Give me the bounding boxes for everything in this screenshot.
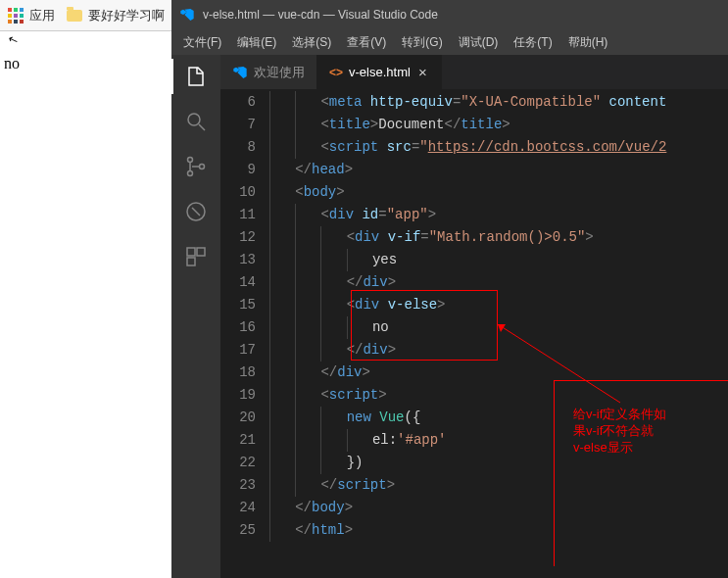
extensions-icon[interactable] (182, 243, 210, 270)
menu-item[interactable]: 帮助(H) (560, 32, 616, 53)
code-line[interactable]: 13 yes (220, 249, 728, 271)
search-icon[interactable] (182, 108, 210, 135)
code-line[interactable]: 15 <div v-else> (220, 294, 728, 316)
code-line[interactable]: 20 new Vue({ (220, 407, 728, 429)
line-number: 6 (220, 91, 269, 114)
editor-tab[interactable]: 欢迎使用 (220, 55, 317, 89)
code-content: </div> (269, 339, 396, 361)
svg-point-0 (188, 114, 200, 125)
line-number: 9 (220, 159, 269, 181)
code-content: <meta http-equiv="X-UA-Compatible" conte… (269, 91, 666, 114)
svg-line-6 (192, 208, 200, 216)
code-line[interactable]: 18 </div> (220, 361, 728, 384)
code-line[interactable]: 22 }) (220, 452, 728, 474)
line-number: 23 (220, 474, 269, 497)
code-content: <script> (269, 384, 387, 407)
svg-point-4 (200, 165, 205, 169)
editor-tabs: 欢迎使用<>v-else.html× (220, 55, 728, 89)
code-content: </script> (269, 474, 395, 497)
line-number: 8 (220, 136, 269, 159)
code-line[interactable]: 25 </html> (220, 519, 728, 542)
page-body-text: no (4, 53, 20, 74)
line-number: 19 (220, 384, 269, 407)
vscode-menubar: 文件(F)编辑(E)选择(S)查看(V)转到(G)调试(D)任务(T)帮助(H) (171, 29, 728, 55)
code-content: <div v-else> (269, 294, 446, 316)
code-line[interactable]: 14 </div> (220, 271, 728, 294)
code-line[interactable]: 17 </div> (220, 339, 728, 361)
activity-bar (171, 55, 220, 578)
window-title: v-else.html — vue-cdn — Visual Studio Co… (203, 8, 438, 22)
line-number: 13 (220, 249, 269, 271)
vscode-logo-icon (179, 7, 195, 23)
vscode-logo-icon (232, 65, 248, 80)
code-content: <body> (269, 181, 345, 204)
svg-point-2 (188, 158, 193, 163)
line-number: 15 (220, 294, 269, 316)
chrome-apps-button[interactable]: 应用 (8, 7, 55, 24)
line-number: 25 (220, 519, 269, 542)
menu-item[interactable]: 文件(F) (175, 32, 229, 53)
code-content: </div> (269, 361, 370, 384)
code-line[interactable]: 10 <body> (220, 181, 728, 204)
code-line[interactable]: 21 el:'#app' (220, 429, 728, 452)
line-number: 18 (220, 361, 269, 384)
svg-line-1 (199, 124, 205, 130)
folder-icon (67, 10, 82, 22)
line-number: 14 (220, 271, 269, 294)
bookmark-folder-label: 要好好学习啊 (88, 7, 165, 24)
tab-label: v-else.html (349, 65, 411, 79)
line-number: 12 (220, 226, 269, 249)
line-number: 20 (220, 407, 269, 429)
menu-item[interactable]: 选择(S) (284, 32, 339, 53)
svg-rect-9 (187, 258, 195, 265)
source-control-icon[interactable] (182, 153, 210, 180)
svg-rect-7 (187, 248, 195, 256)
menu-item[interactable]: 查看(V) (339, 32, 394, 53)
apps-grid-icon (8, 8, 24, 24)
vscode-window: v-else.html — vue-cdn — Visual Studio Co… (171, 0, 728, 578)
code-content: </body> (269, 497, 353, 519)
debug-icon[interactable] (182, 198, 210, 225)
menu-item[interactable]: 任务(T) (506, 32, 559, 53)
code-line[interactable]: 19 <script> (220, 384, 728, 407)
code-line[interactable]: 24 </body> (220, 497, 728, 519)
code-content: yes (269, 249, 397, 271)
bookmark-folder[interactable]: 要好好学习啊 (67, 7, 165, 24)
vscode-titlebar[interactable]: v-else.html — vue-cdn — Visual Studio Co… (171, 0, 728, 29)
code-content: new Vue({ (269, 407, 420, 429)
editor-tab[interactable]: <>v-else.html× (317, 55, 442, 89)
line-number: 10 (220, 181, 269, 204)
tab-label: 欢迎使用 (254, 64, 305, 81)
code-line[interactable]: 11 <div id="app"> (220, 204, 728, 226)
svg-point-3 (188, 171, 193, 176)
apps-label: 应用 (29, 7, 55, 24)
code-content: </html> (269, 519, 353, 542)
html-file-icon: <> (329, 66, 343, 79)
menu-item[interactable]: 调试(D) (451, 32, 507, 53)
code-line[interactable]: 6 <meta http-equiv="X-UA-Compatible" con… (220, 91, 728, 114)
code-line[interactable]: 7 <title>Document</title> (220, 114, 728, 136)
menu-item[interactable]: 转到(G) (394, 32, 450, 53)
line-number: 24 (220, 497, 269, 519)
line-number: 22 (220, 452, 269, 474)
line-number: 21 (220, 429, 269, 452)
code-line[interactable]: 16 no (220, 316, 728, 339)
code-editor[interactable]: 6 <meta http-equiv="X-UA-Compatible" con… (220, 89, 728, 578)
svg-rect-8 (197, 248, 205, 256)
code-content: <script src="https://cdn.bootcss.com/vue… (269, 136, 666, 159)
code-line[interactable]: 9 </head> (220, 159, 728, 181)
line-number: 11 (220, 204, 269, 226)
menu-item[interactable]: 编辑(E) (229, 32, 284, 53)
explorer-icon[interactable] (182, 63, 210, 90)
code-content: </head> (269, 159, 353, 181)
code-content: <title>Document</title> (269, 114, 510, 136)
code-line[interactable]: 8 <script src="https://cdn.bootcss.com/v… (220, 136, 728, 159)
code-content: <div v-if="Math.random()>0.5"> (269, 226, 594, 249)
code-line[interactable]: 12 <div v-if="Math.random()>0.5"> (220, 226, 728, 249)
editor-area: 欢迎使用<>v-else.html× 6 <meta http-equiv="X… (220, 55, 728, 578)
code-content: <div id="app"> (269, 204, 436, 226)
code-line[interactable]: 23 </script> (220, 474, 728, 497)
close-icon[interactable]: × (416, 64, 429, 80)
code-content: el:'#app' (269, 429, 447, 452)
mouse-cursor-icon: ↖ (6, 32, 20, 49)
